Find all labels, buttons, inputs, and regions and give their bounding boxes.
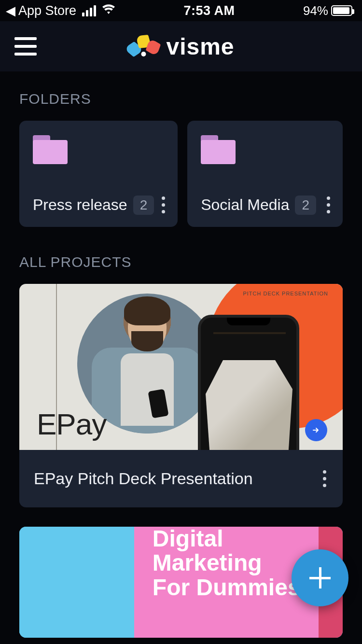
back-caret-icon: ◀ [6, 3, 15, 18]
project-title: EPay Pitch Deck Presentation [34, 469, 253, 488]
folder-icon [201, 135, 236, 164]
status-time: 7:53 AM [184, 3, 235, 18]
logo-mark-icon [127, 34, 161, 58]
battery-percent: 94% [303, 3, 328, 18]
status-battery: 94% [303, 3, 352, 18]
create-new-fab[interactable] [292, 549, 348, 606]
status-back-label: App Store [18, 3, 76, 18]
folder-card[interactable]: Press release 2 [19, 121, 178, 227]
folders-heading: FOLDERS [19, 91, 343, 107]
folder-name: Social Media [201, 196, 289, 214]
thumb-badge: PITCH DECK PRESENTATION [243, 291, 328, 296]
app-header: visme [0, 21, 362, 71]
folders-row: Press release 2 Social Media 2 [19, 121, 343, 227]
folder-card[interactable]: Social Media 2 [187, 121, 343, 227]
folder-more-button[interactable] [160, 194, 167, 216]
cellular-icon [82, 5, 96, 16]
projects-heading: ALL PROJECTS [19, 254, 343, 270]
wifi-icon [102, 3, 115, 18]
folder-count-badge: 2 [133, 196, 154, 215]
folder-name: Press release [33, 196, 127, 214]
status-bar: ◀ App Store 7:53 AM 94% [0, 0, 362, 21]
project-thumbnail: PITCH DECK PRESENTATION EPay [19, 284, 343, 450]
thumb-title: EPay [37, 407, 106, 441]
menu-button[interactable] [14, 37, 37, 56]
arrow-icon [305, 419, 327, 441]
thumb-title: Digital Marketing For Dummies [153, 527, 301, 600]
project-card[interactable]: PITCH DECK PRESENTATION EPay EPay Pitch … [19, 284, 343, 507]
status-back-to-app[interactable]: ◀ App Store [6, 3, 115, 18]
project-more-button[interactable] [321, 467, 328, 490]
battery-icon [331, 5, 352, 16]
brand-name: visme [166, 33, 234, 60]
brand-logo[interactable]: visme [127, 33, 234, 60]
folder-count-badge: 2 [295, 196, 316, 215]
folder-more-button[interactable] [325, 194, 332, 216]
folder-icon [33, 135, 68, 164]
